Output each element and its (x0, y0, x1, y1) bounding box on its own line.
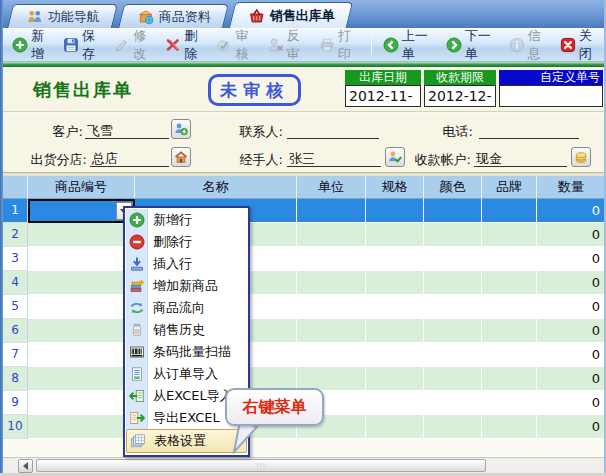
menu-item-new-product[interactable]: 增加新商品 (126, 275, 247, 297)
column-header-4[interactable]: 规格 (366, 176, 424, 199)
table-cell[interactable] (424, 343, 482, 367)
table-cell[interactable] (28, 391, 135, 415)
toolbar-button-print[interactable]: 打印 (314, 24, 365, 66)
table-cell[interactable] (482, 247, 537, 271)
menu-item-product-flow[interactable]: 商品流向 (126, 297, 247, 319)
toolbar-button-unaudit[interactable]: 反审 (263, 24, 314, 66)
quantity-cell[interactable]: 0 (537, 247, 606, 271)
column-header-1[interactable]: 商品编号 (28, 176, 135, 199)
outbound-date-input[interactable]: 2012-11-22 (345, 85, 421, 107)
table-cell[interactable] (297, 295, 366, 319)
column-header-5[interactable]: 颜色 (424, 176, 482, 199)
quantity-cell[interactable]: 0 (537, 343, 606, 367)
table-cell[interactable] (28, 247, 135, 271)
table-cell[interactable] (482, 391, 537, 415)
column-header-6[interactable]: 品牌 (482, 176, 537, 199)
table-cell[interactable] (366, 343, 424, 367)
table-cell[interactable] (366, 223, 424, 247)
table-cell[interactable] (482, 223, 537, 247)
row-number-cell[interactable]: 3 (3, 247, 28, 271)
table-cell[interactable] (482, 295, 537, 319)
quantity-cell[interactable]: 0 (537, 223, 606, 247)
account-input[interactable]: 现金 (474, 150, 567, 167)
table-cell[interactable] (482, 343, 537, 367)
row-number-cell[interactable]: 2 (3, 223, 28, 247)
h-scrollbar[interactable] (3, 457, 604, 473)
quantity-cell[interactable]: 0 (537, 391, 606, 415)
quantity-cell[interactable]: 0 (537, 271, 606, 295)
table-cell[interactable] (424, 415, 482, 439)
table-cell[interactable] (424, 295, 482, 319)
table-cell[interactable] (28, 343, 135, 367)
table-cell[interactable] (482, 367, 537, 391)
active-edit-cell[interactable] (28, 199, 135, 223)
quantity-cell[interactable]: 0 (537, 295, 606, 319)
account-lookup-button[interactable] (571, 147, 591, 167)
table-cell[interactable] (28, 295, 135, 319)
table-cell[interactable] (28, 367, 135, 391)
table-cell[interactable] (366, 319, 424, 343)
branch-lookup-button[interactable] (171, 147, 191, 167)
table-cell[interactable] (28, 415, 135, 439)
table-cell[interactable] (482, 415, 537, 439)
phone-input[interactable] (479, 122, 579, 139)
toolbar-button-close[interactable]: 关闭 (555, 24, 606, 66)
quantity-cell[interactable]: 0 (537, 367, 606, 391)
table-cell[interactable] (297, 223, 366, 247)
quantity-cell[interactable]: 0 (537, 319, 606, 343)
table-cell[interactable] (424, 391, 482, 415)
table-cell[interactable] (297, 271, 366, 295)
customer-lookup-button[interactable] (171, 119, 191, 139)
column-header-2[interactable]: 名称 (135, 176, 297, 199)
row-number-cell[interactable]: 6 (3, 319, 28, 343)
menu-item-delete-row[interactable]: 删除行 (126, 231, 247, 253)
table-cell[interactable] (482, 271, 537, 295)
row-number-cell[interactable]: 5 (3, 295, 28, 319)
table-cell[interactable] (366, 247, 424, 271)
toolbar-button-add[interactable]: 新增 (7, 24, 58, 66)
table-cell[interactable] (366, 271, 424, 295)
quantity-cell[interactable]: 0 (537, 415, 606, 439)
table-cell[interactable] (424, 319, 482, 343)
quantity-cell[interactable]: 0 (537, 199, 606, 223)
table-cell[interactable] (366, 415, 424, 439)
table-cell[interactable] (366, 199, 424, 223)
payment-deadline-input[interactable]: 2012-12-22 (424, 85, 496, 107)
branch-input[interactable]: 总店 (90, 150, 169, 167)
scrollbar-thumb[interactable] (36, 459, 486, 472)
table-cell[interactable] (366, 391, 424, 415)
row-number-cell[interactable]: 8 (3, 367, 28, 391)
toolbar-button-info[interactable]: 信息 (504, 24, 555, 66)
table-cell[interactable] (297, 319, 366, 343)
menu-item-add-row[interactable]: 新增行 (126, 209, 247, 231)
row-number-cell[interactable]: 1 (3, 199, 28, 223)
table-cell[interactable] (297, 199, 366, 223)
scroll-left-button[interactable] (18, 459, 33, 473)
table-cell[interactable] (297, 247, 366, 271)
row-number-cell[interactable]: 4 (3, 271, 28, 295)
table-cell[interactable] (424, 367, 482, 391)
table-cell[interactable] (482, 199, 537, 223)
row-number-cell[interactable]: 10 (3, 415, 28, 439)
table-cell[interactable] (424, 247, 482, 271)
row-number-cell[interactable]: 9 (3, 391, 28, 415)
table-cell[interactable] (28, 319, 135, 343)
menu-item-sales-history[interactable]: 销售历史 (126, 319, 247, 341)
table-corner-cell[interactable] (3, 176, 28, 199)
handler-input[interactable]: 张三 (287, 150, 381, 167)
table-cell[interactable] (366, 295, 424, 319)
menu-item-insert-row[interactable]: 插入行 (126, 253, 247, 275)
column-header-3[interactable]: 单位 (297, 176, 366, 199)
customer-input[interactable]: 飞雪 (85, 122, 169, 139)
toolbar-button-audit[interactable]: 审核 (211, 24, 262, 66)
table-cell[interactable] (297, 343, 366, 367)
menu-item-barcode-scan[interactable]: 条码批量扫描 (126, 341, 247, 363)
toolbar-button-edit[interactable]: 修改 (109, 24, 160, 66)
column-header-7[interactable]: 数量 (537, 176, 606, 199)
table-cell[interactable] (366, 367, 424, 391)
toolbar-button-save[interactable]: 保存 (58, 24, 109, 66)
toolbar-button-next[interactable]: 下一单 (441, 24, 504, 66)
row-number-cell[interactable]: 7 (3, 343, 28, 367)
table-cell[interactable] (28, 223, 135, 247)
table-cell[interactable] (482, 319, 537, 343)
